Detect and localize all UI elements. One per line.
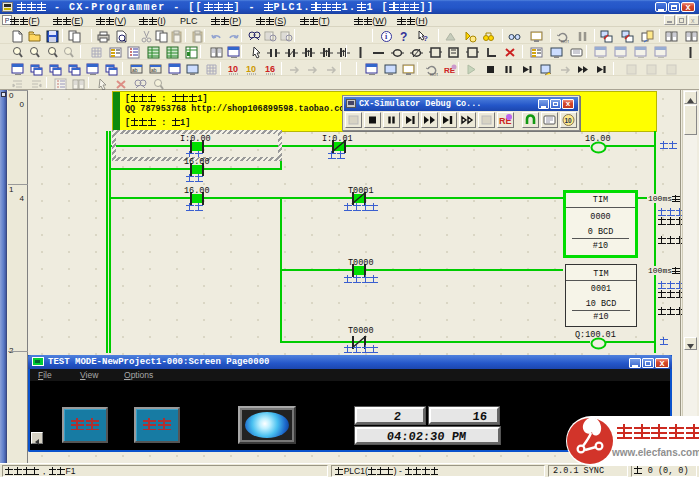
svg-text:10: 10 [565, 117, 573, 124]
svg-text:ROT: ROT [430, 72, 438, 76]
svg-text:ab: ab [132, 67, 138, 73]
svg-text:ROT: ROT [561, 39, 569, 43]
svg-text:16: 16 [265, 64, 275, 74]
svg-text:ab: ab [151, 67, 157, 73]
svg-text:?: ? [400, 30, 407, 43]
svg-text:10: 10 [246, 64, 256, 74]
svg-text:?: ? [423, 34, 428, 43]
svg-text:10: 10 [228, 64, 238, 74]
